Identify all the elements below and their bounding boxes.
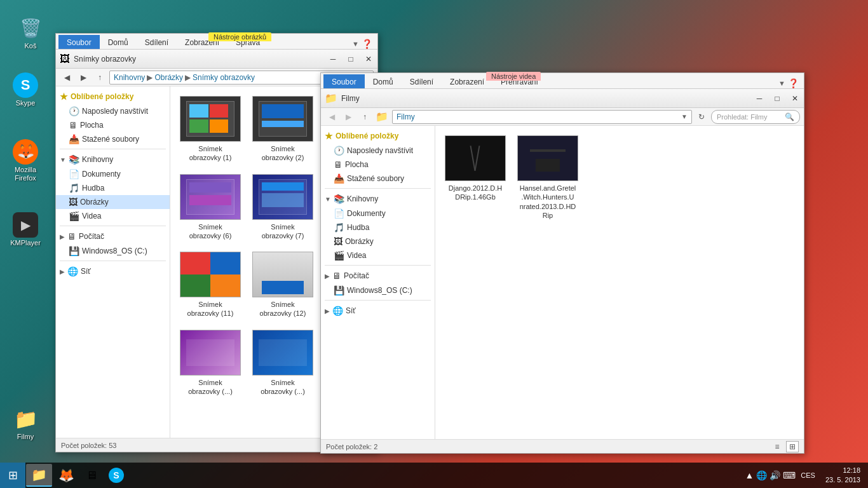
extra-tab-snimky[interactable]: Nástroje obrázků <box>208 32 271 41</box>
list-view-btn[interactable]: ≡ <box>771 441 783 452</box>
window-body-2: ★ Oblíbené položky 🕐 Naposledy navštívit… <box>321 126 804 439</box>
refresh-btn-2[interactable]: ↻ <box>695 110 709 124</box>
filmy-icon: 📁 <box>13 406 38 431</box>
file-item-next2[interactable]: Snímekobrazovky (...) <box>248 325 318 401</box>
keyboard-tray-icon[interactable]: ⌨ <box>783 470 796 480</box>
network-label-1: Síť <box>81 267 91 276</box>
file-item-7[interactable]: Snímekobrazovky (7) <box>248 170 318 245</box>
tab-sdileni-2[interactable]: Sdílení <box>402 74 442 88</box>
thumb-hansel <box>517 135 578 181</box>
expand-icon-lib-2: ▼ <box>325 196 331 203</box>
file-item-1[interactable]: Snímekobrazovky (1) <box>175 92 245 167</box>
sidebar-c-drive-1[interactable]: 💾 Windows8_OS (C:) <box>56 244 170 258</box>
file-item-next1[interactable]: Snímekobrazovky (...) <box>175 325 245 401</box>
taskbar-explorer[interactable]: 📁 <box>26 464 52 487</box>
maximize-btn-1[interactable]: □ <box>342 50 360 69</box>
sidebar-videos-1[interactable]: 🎬 Videa <box>56 209 170 223</box>
up-btn-2[interactable]: ↑ <box>358 110 372 124</box>
tab-soubor-2[interactable]: Soubor <box>323 74 365 88</box>
network-group-2[interactable]: ▶ 🌐 Síť <box>321 303 435 318</box>
crumb-filmy[interactable]: Filmy <box>397 112 415 121</box>
large-view-btn[interactable]: ⊞ <box>786 441 799 452</box>
libraries-icon-2: 📚 <box>334 194 344 204</box>
close-btn-2[interactable]: ✕ <box>786 89 804 108</box>
sidebar-downloads-2[interactable]: 📥 Stažené soubory <box>321 172 435 186</box>
music-icon-2: 🎵 <box>334 222 344 233</box>
sidebar-c-drive-2[interactable]: 💾 Windows8_OS (C:) <box>321 283 435 297</box>
file-item-2[interactable]: Snímekobrazovky (2) <box>248 92 318 167</box>
extra-tab-filmy[interactable]: Nástroje videa <box>486 72 541 81</box>
sidebar-music-2[interactable]: 🎵 Hudba <box>321 220 435 234</box>
forward-btn-1[interactable]: ▶ <box>76 71 90 85</box>
ribbon-dropdown-2[interactable]: ▼ <box>778 79 785 87</box>
sidebar-music-1[interactable]: 🎵 Hudba <box>56 181 170 195</box>
start-button[interactable]: ⊞ <box>0 463 25 488</box>
desktop-icon-filmy[interactable]: 📁 Filmy <box>6 403 44 444</box>
sidebar-recent-2[interactable]: 🕐 Naposledy navštívit <box>321 144 435 158</box>
sidebar-images-2[interactable]: 🖼 Obrázky <box>321 234 435 248</box>
sep-3 <box>60 261 166 261</box>
back-btn-2[interactable]: ◀ <box>325 110 339 124</box>
maximize-btn-2[interactable]: □ <box>768 89 786 108</box>
sidebar-docs-2[interactable]: 📄 Dokumenty <box>321 207 435 220</box>
sidebar-favorites-2[interactable]: ★ Oblíbené položky <box>321 128 435 144</box>
minimize-btn-2[interactable]: ─ <box>750 89 768 108</box>
sidebar-desktop-2[interactable]: 🖥 Plocha <box>321 158 435 172</box>
volume-tray-icon[interactable]: 🔊 <box>770 470 780 480</box>
close-btn-1[interactable]: ✕ <box>360 50 377 69</box>
desktop-icon-kmplayer[interactable]: ▶ KMPlayer <box>6 210 44 250</box>
back-btn-1[interactable]: ◀ <box>60 71 74 85</box>
crumb-obrazky[interactable]: Obrázky <box>154 73 183 82</box>
desktop-icon-firefox[interactable]: 🦊 Mozilla Firefox <box>6 137 44 185</box>
taskbar-clock[interactable]: 12:18 23. 5. 2013 <box>820 466 865 485</box>
favorites-label-1: Oblíbené položky <box>71 92 133 101</box>
crumb-knihovny[interactable]: Knihovny <box>114 73 145 82</box>
sidebar-docs-1[interactable]: 📄 Dokumenty <box>56 167 170 181</box>
sidebar-videos-2[interactable]: 🎬 Videa <box>321 248 435 262</box>
help-btn-1[interactable]: ❓ <box>362 39 372 49</box>
taskbar-settings[interactable]: 🖥 <box>81 464 102 487</box>
libraries-group-2[interactable]: ▼ 📚 Knihovny <box>321 191 435 207</box>
search-bar-2[interactable]: Prohledat: Filmy 🔍 <box>711 110 800 124</box>
crumb-snimky[interactable]: Snímky obrazovky <box>193 73 255 82</box>
taskbar-skype[interactable]: S <box>104 464 129 487</box>
taskbar-firefox[interactable]: 🦊 <box>53 464 79 487</box>
sidebar-favorites-1[interactable]: ★ Oblíbené položky <box>56 89 170 104</box>
hide-tray-icon[interactable]: ▲ <box>745 470 754 480</box>
sidebar-desktop-1[interactable]: 🖥 Plocha <box>56 118 170 132</box>
tab-domu-1[interactable]: Domů <box>100 35 137 49</box>
sidebar-recent-1[interactable]: 🕐 Naposledy navštívit <box>56 104 170 118</box>
videos-icon-1: 🎬 <box>69 211 79 221</box>
lang-indicator[interactable]: CES <box>801 471 815 479</box>
sidebar-downloads-1[interactable]: 📥 Stažené soubory <box>56 132 170 146</box>
tab-domu-2[interactable]: Domů <box>365 74 402 88</box>
computer-group-2[interactable]: ▶ 🖥 Počítač <box>321 268 435 283</box>
thumb-7 <box>252 174 313 220</box>
network-group-1[interactable]: ▶ 🌐 Síť <box>56 264 170 279</box>
taskbar: ⊞ 📁 🦊 🖥 S ▲ 🌐 🔊 ⌨ CES 12:18 23. 5. 2013 <box>0 463 868 488</box>
addr-dropdown-2[interactable]: ▼ <box>681 113 688 120</box>
tab-sdileni-1[interactable]: Sdílení <box>137 35 177 49</box>
desktop-icon-recycle[interactable]: 🗑️ Koš <box>11 13 50 53</box>
up-btn-1[interactable]: ↑ <box>93 71 107 85</box>
file-item-11[interactable]: Snímekobrazovky (11) <box>175 247 245 323</box>
ribbon-dropdown-1[interactable]: ▼ <box>352 40 359 48</box>
file-django[interactable]: Django.2012.D.HDRip.1.46Gb <box>440 131 510 224</box>
forward-btn-2[interactable]: ▶ <box>341 110 355 124</box>
file-item-12[interactable]: Snímekobrazovky (12) <box>248 247 318 323</box>
help-btn-2[interactable]: ❓ <box>788 78 799 88</box>
libraries-group-1[interactable]: ▼ 📚 Knihovny <box>56 152 170 167</box>
minimize-btn-1[interactable]: ─ <box>324 50 342 69</box>
address-bar-2[interactable]: Filmy ▼ <box>392 110 692 124</box>
network-tray-icon[interactable]: 🌐 <box>756 470 767 480</box>
thumb-label-n1: Snímekobrazovky (...) <box>188 378 233 396</box>
desktop-icon-skype[interactable]: S Skype <box>6 70 44 110</box>
sidebar-images-1[interactable]: 🖼 Obrázky <box>56 195 170 209</box>
file-hansel[interactable]: Hansel.and.Gretel.Witch.Hunters.Unrated.… <box>513 131 583 224</box>
tab-zobrazeni-2[interactable]: Zobrazení <box>442 74 492 88</box>
libraries-icon-1: 📚 <box>69 154 79 165</box>
computer-group-1[interactable]: ▶ 🖥 Počítač <box>56 229 170 244</box>
file-item-6[interactable]: Snímekobrazovky (6) <box>175 170 245 245</box>
tab-soubor-1[interactable]: Soubor <box>58 35 100 49</box>
computer-icon-1: 🖥 <box>67 231 76 241</box>
